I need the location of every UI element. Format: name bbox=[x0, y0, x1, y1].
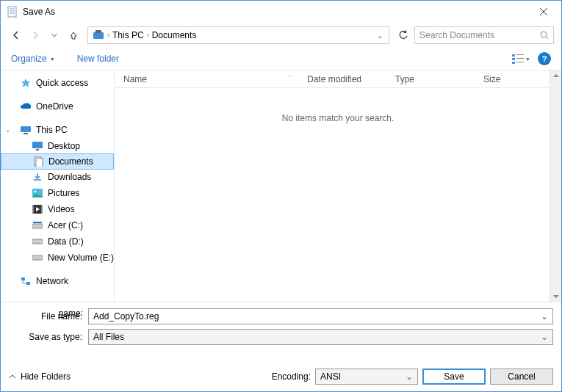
search-icon bbox=[540, 31, 549, 40]
address-bar[interactable]: › This PC › Documents ⌄ bbox=[87, 26, 389, 44]
drive-icon bbox=[32, 236, 43, 247]
column-date[interactable]: Date modified bbox=[298, 74, 386, 84]
sidebar-item-drive-c[interactable]: Acer (C:) bbox=[1, 217, 114, 233]
sidebar-item-drive-d[interactable]: Data (D:) bbox=[1, 233, 114, 250]
column-type[interactable]: Type bbox=[386, 74, 475, 84]
collapse-icon[interactable]: ⌄ bbox=[5, 126, 14, 134]
view-options-button[interactable]: ▼ bbox=[512, 54, 530, 64]
help-button[interactable]: ? bbox=[538, 52, 551, 65]
sidebar-item-quick-access[interactable]: Quick access bbox=[1, 75, 114, 91]
svg-rect-10 bbox=[512, 54, 515, 57]
search-placeholder: Search Documents bbox=[419, 30, 494, 40]
svg-rect-27 bbox=[32, 224, 43, 228]
filename-label: File name: bbox=[9, 311, 88, 322]
videos-icon bbox=[32, 203, 43, 215]
svg-line-9 bbox=[546, 37, 548, 39]
sidebar-item-drive-e[interactable]: New Volume (E:) bbox=[1, 250, 114, 266]
column-name[interactable]: Nameˇ bbox=[115, 74, 298, 84]
organize-menu[interactable]: Organize▼ bbox=[11, 54, 55, 64]
pc-icon bbox=[20, 124, 32, 136]
star-icon bbox=[20, 77, 32, 89]
chevron-right-icon[interactable]: › bbox=[107, 32, 109, 39]
filename-input[interactable]: Add_CopyTo.reg bbox=[88, 308, 553, 324]
svg-point-23 bbox=[35, 191, 37, 193]
svg-rect-31 bbox=[21, 277, 25, 280]
save-type-label: Save as type: bbox=[9, 332, 88, 342]
svg-rect-0 bbox=[8, 7, 16, 17]
dropdown-icon: ▼ bbox=[50, 57, 55, 62]
svg-rect-26 bbox=[41, 205, 43, 214]
svg-rect-14 bbox=[512, 62, 515, 64]
up-button[interactable] bbox=[65, 27, 82, 43]
save-type-select[interactable]: All Files bbox=[88, 329, 553, 345]
svg-rect-28 bbox=[33, 222, 42, 223]
breadcrumb-documents[interactable]: Documents bbox=[151, 30, 198, 40]
svg-rect-15 bbox=[516, 62, 524, 62]
recent-dropdown[interactable] bbox=[46, 27, 62, 43]
sidebar-item-onedrive[interactable]: OneDrive bbox=[1, 98, 114, 115]
network-icon bbox=[20, 275, 32, 287]
address-dropdown[interactable]: ⌄ bbox=[374, 32, 386, 40]
chevron-right-icon[interactable]: › bbox=[147, 32, 149, 39]
hide-folders-button[interactable]: Hide Folders bbox=[9, 371, 71, 382]
notepad-icon bbox=[7, 6, 18, 18]
navigation-tree[interactable]: Quick access OneDrive ⌄This PC Desktop D… bbox=[1, 70, 115, 302]
search-input[interactable]: Search Documents bbox=[414, 26, 554, 44]
svg-rect-21 bbox=[36, 159, 43, 167]
file-list-area[interactable]: Nameˇ Date modified Type Size No items m… bbox=[115, 70, 561, 302]
svg-rect-32 bbox=[26, 282, 30, 285]
cancel-button[interactable]: Cancel bbox=[490, 369, 553, 385]
sidebar-item-documents[interactable]: Documents bbox=[1, 153, 114, 170]
svg-rect-11 bbox=[516, 54, 524, 55]
refresh-button[interactable] bbox=[395, 27, 411, 43]
sidebar-item-pictures[interactable]: Pictures bbox=[1, 185, 114, 201]
svg-rect-19 bbox=[36, 149, 39, 150]
svg-rect-18 bbox=[32, 142, 43, 148]
sort-indicator: ˇ bbox=[289, 74, 291, 81]
drive-icon bbox=[32, 252, 43, 264]
sidebar-item-network[interactable]: Network bbox=[1, 273, 114, 289]
close-button[interactable] bbox=[527, 1, 560, 22]
documents-icon bbox=[32, 156, 44, 167]
empty-message: No items match your search. bbox=[115, 113, 561, 123]
breadcrumb-root-icon[interactable] bbox=[91, 29, 106, 41]
desktop-icon bbox=[32, 140, 43, 152]
sidebar-item-downloads[interactable]: Downloads bbox=[1, 169, 114, 185]
svg-rect-7 bbox=[96, 30, 101, 33]
window-title: Save As bbox=[23, 7, 527, 17]
sidebar-item-desktop[interactable]: Desktop bbox=[1, 138, 114, 154]
pictures-icon bbox=[32, 187, 43, 199]
svg-rect-17 bbox=[24, 133, 28, 134]
breadcrumb-thispc[interactable]: This PC bbox=[111, 30, 145, 40]
download-icon bbox=[32, 171, 43, 183]
new-folder-button[interactable]: New folder bbox=[77, 54, 119, 64]
svg-rect-30 bbox=[32, 255, 43, 260]
svg-point-8 bbox=[541, 32, 547, 37]
forward-button[interactable] bbox=[27, 27, 43, 43]
drive-icon bbox=[32, 219, 43, 231]
encoding-label: Encoding: bbox=[272, 371, 311, 382]
svg-rect-6 bbox=[93, 32, 104, 39]
svg-rect-29 bbox=[32, 239, 43, 244]
svg-rect-12 bbox=[512, 58, 515, 60]
sidebar-item-videos[interactable]: Videos bbox=[1, 201, 114, 217]
svg-rect-16 bbox=[21, 126, 31, 132]
svg-rect-25 bbox=[32, 205, 34, 214]
vertical-scrollbar[interactable] bbox=[550, 70, 561, 302]
encoding-select[interactable]: ANSI bbox=[315, 369, 418, 385]
sidebar-item-thispc[interactable]: ⌄This PC bbox=[1, 122, 114, 138]
cloud-icon bbox=[20, 101, 32, 112]
chevron-up-icon bbox=[9, 374, 16, 380]
column-size[interactable]: Size bbox=[475, 74, 533, 84]
svg-rect-13 bbox=[516, 58, 524, 59]
save-button[interactable]: Save bbox=[422, 369, 486, 385]
back-button[interactable] bbox=[8, 27, 24, 43]
